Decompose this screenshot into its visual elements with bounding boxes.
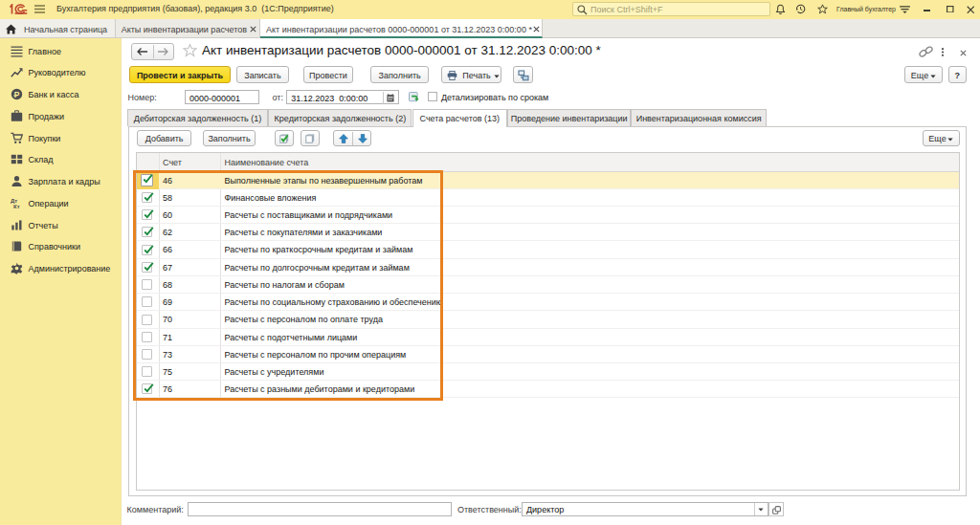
svg-text:P: P xyxy=(14,90,20,99)
svg-text:Кт: Кт xyxy=(13,204,20,209)
svg-text:Дт: Дт xyxy=(11,197,17,203)
